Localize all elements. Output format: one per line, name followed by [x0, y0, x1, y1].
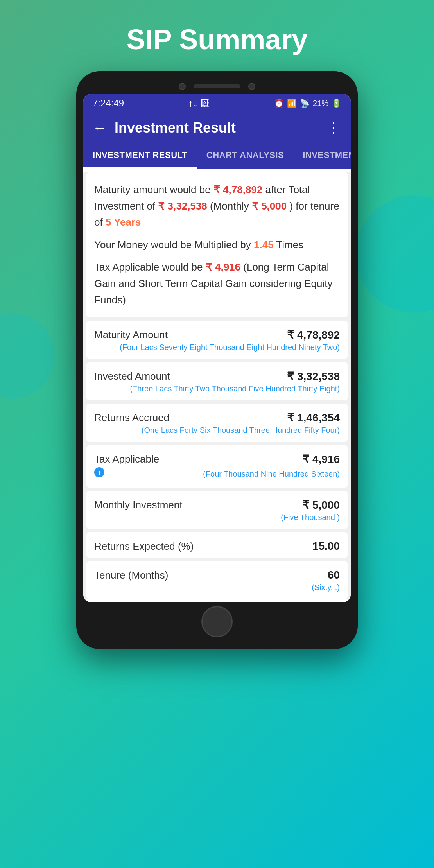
maturity-amount-label: Maturity Amount [94, 329, 168, 341]
menu-button[interactable]: ⋮ [326, 120, 341, 136]
back-button[interactable]: ← [93, 120, 107, 136]
phone-speaker [194, 84, 240, 88]
multiplier-highlight: 1.45 [254, 239, 274, 251]
row-returns-expected: Returns Expected (%) 15.00 [86, 532, 348, 558]
phone-screen: 7:24:49 ↑↓ 🖼 ⏰ 📶 📡 21% 🔋 ← Investment Re… [83, 94, 351, 602]
phone-camera [179, 83, 186, 90]
maturity-highlight: ₹ 4,78,892 [213, 184, 262, 195]
returns-accrued-label: Returns Accrued [94, 412, 169, 424]
alarm-icon: ⏰ [274, 99, 284, 108]
tab-chart-analysis[interactable]: CHART ANALYSIS [197, 143, 294, 169]
tenure-highlight: 5 Years [106, 216, 141, 228]
monthly-investment-label: Monthly Investment [94, 499, 182, 511]
phone-top-bar [83, 83, 351, 90]
maturity-amount-value: ₹ 4,78,892 [287, 328, 340, 341]
tax-applicable-value: ₹ 4,916 [302, 453, 340, 466]
tax-applicable-subtitle: (Four Thousand Nine Hundred Sixteen) [203, 470, 340, 479]
phone-shell: 7:24:49 ↑↓ 🖼 ⏰ 📶 📡 21% 🔋 ← Investment Re… [76, 71, 358, 649]
status-icons-left: ↑↓ 🖼 [188, 98, 210, 109]
phone-bottom [83, 606, 351, 637]
row-monthly-investment: Monthly Investment ₹ 5,000 (Five Thousan… [86, 491, 348, 529]
monthly-investment-value: ₹ 5,000 [302, 499, 340, 511]
tab-investment-result[interactable]: INVESTMENT RESULT [83, 143, 197, 169]
home-button[interactable] [201, 606, 233, 637]
returns-expected-value: 15.00 [312, 540, 340, 552]
tax-highlight: ₹ 4,916 [206, 261, 240, 273]
tab-investment-other[interactable]: INVESTMEN… [293, 143, 351, 169]
tabs-bar: INVESTMENT RESULT CHART ANALYSIS INVESTM… [83, 143, 351, 169]
tenure-months-subtitle: (Sixty...) [94, 583, 340, 595]
monthly-investment-subtitle: (Five Thousand ) [94, 513, 340, 525]
row-returns-accrued: Returns Accrued ₹ 1,46,354 (One Lacs For… [86, 404, 348, 442]
info-icon[interactable]: i [94, 467, 104, 477]
invested-amount-label: Invested Amount [94, 370, 170, 382]
returns-accrued-value: ₹ 1,46,354 [287, 411, 340, 424]
phone-camera-2 [248, 83, 255, 90]
status-time: 7:24:49 [93, 98, 124, 109]
wifi-icon: 📶 [287, 99, 297, 108]
row-tenure-months: Tenure (Months) 60 (Sixty...) [86, 561, 348, 599]
row-invested-amount: Invested Amount ₹ 3,32,538 (Three Lacs T… [86, 362, 348, 400]
tax-applicable-label: Tax Applicable [94, 453, 159, 465]
row-maturity-amount: Maturity Amount ₹ 4,78,892 (Four Lacs Se… [86, 321, 348, 359]
battery-icon: 🔋 [332, 99, 341, 108]
tenure-months-value: 60 [328, 569, 340, 581]
page-title: SIP Summary [127, 23, 308, 56]
summary-line-2: Your Money would be Multiplied by 1.45 T… [94, 237, 340, 253]
monthly-highlight: ₹ 5,000 [252, 200, 287, 212]
tax-info-row: i [94, 467, 104, 481]
status-icons-right: ⏰ 📶 📡 21% 🔋 [274, 99, 341, 108]
status-bar: 7:24:49 ↑↓ 🖼 ⏰ 📶 📡 21% 🔋 [83, 94, 351, 113]
battery-percent: 21% [313, 99, 328, 108]
returns-expected-label: Returns Expected (%) [94, 540, 194, 552]
signal-icon: 📡 [300, 99, 310, 108]
total-investment-highlight: ₹ 3,32,538 [158, 200, 207, 212]
returns-accrued-subtitle: (One Lacs Forty Six Thousand Three Hundr… [94, 426, 340, 438]
invested-amount-value: ₹ 3,32,538 [287, 370, 340, 383]
summary-line-3: Tax Applicable would be ₹ 4,916 (Long Te… [94, 259, 340, 308]
tenure-months-label: Tenure (Months) [94, 569, 168, 581]
maturity-amount-subtitle: (Four Lacs Seventy Eight Thousand Eight … [94, 343, 340, 355]
summary-card: Maturity amount would be ₹ 4,78,892 afte… [86, 172, 348, 317]
content-area: Maturity amount would be ₹ 4,78,892 afte… [83, 172, 351, 599]
app-header-title: Investment Result [115, 120, 319, 136]
app-header: ← Investment Result ⋮ [83, 113, 351, 143]
deco-circle-right [356, 195, 434, 313]
deco-circle-left [0, 313, 55, 399]
row-tax-applicable: Tax Applicable ₹ 4,916 i (Four Thousand … [86, 445, 348, 488]
summary-line-1: Maturity amount would be ₹ 4,78,892 afte… [94, 182, 340, 231]
invested-amount-subtitle: (Three Lacs Thirty Two Thousand Five Hun… [94, 384, 340, 396]
